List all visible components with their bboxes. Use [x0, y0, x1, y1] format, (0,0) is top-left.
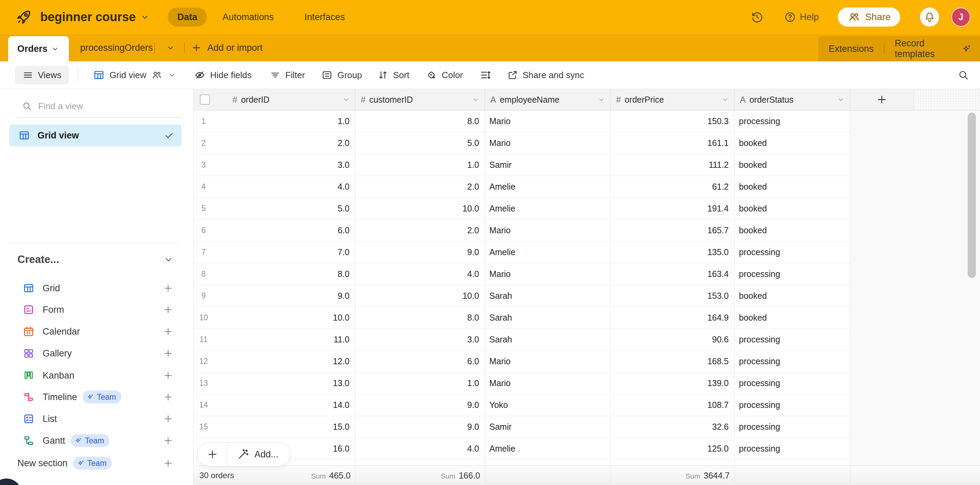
- tab-processing-orders[interactable]: processingOrders: [75, 34, 158, 61]
- base-title-chevron-icon[interactable]: [140, 12, 150, 22]
- plus-icon[interactable]: [163, 458, 173, 468]
- add-with-ai-button[interactable]: Add...: [228, 448, 290, 461]
- current-view-button[interactable]: Grid view: [93, 69, 176, 81]
- vertical-scrollbar[interactable]: [968, 113, 976, 278]
- cell-orderPrice[interactable]: 108.7: [611, 394, 735, 416]
- table-row[interactable]: 8 8.0 4.0 Mario 163.4 processing: [194, 263, 850, 285]
- cell-orderPrice[interactable]: 125.0: [611, 438, 735, 460]
- cell-primary[interactable]: 14 14.0: [194, 394, 355, 416]
- cell-orderID[interactable]: 13.0: [213, 378, 355, 388]
- cell-orderStatus[interactable]: booked: [735, 198, 850, 219]
- create-timeline-item[interactable]: Timeline Team: [9, 388, 181, 407]
- cell-customerID[interactable]: 10.0: [355, 198, 485, 219]
- cell-primary[interactable]: 5 5.0: [194, 198, 355, 219]
- table-row[interactable]: 4 4.0 2.0 Amelie 61.2 booked: [194, 176, 850, 198]
- cell-primary[interactable]: 9 9.0: [194, 285, 355, 307]
- cell-orderID[interactable]: 9.0: [213, 291, 355, 301]
- notifications-button[interactable]: [920, 8, 939, 27]
- cell-orderID[interactable]: 7.0: [213, 247, 355, 257]
- share-button[interactable]: Share: [838, 8, 900, 27]
- share-and-sync-button[interactable]: Share and sync: [507, 69, 584, 81]
- cell-primary[interactable]: 15 15.0: [194, 416, 355, 437]
- table-row[interactable]: 6 6.0 2.0 Mario 165.7 booked: [194, 219, 850, 242]
- column-header-orderID[interactable]: # orderID: [194, 89, 355, 110]
- table-row[interactable]: 1 1.0 8.0 Mario 150.3 processing: [194, 111, 850, 132]
- select-all-checkbox[interactable]: [200, 94, 210, 105]
- cell-primary[interactable]: 10 10.0: [194, 307, 355, 328]
- cell-orderStatus[interactable]: booked: [735, 307, 850, 328]
- cell-orderStatus[interactable]: booked: [735, 154, 850, 176]
- table-row[interactable]: 5 5.0 10.0 Amelie 191.4 booked: [194, 198, 850, 219]
- cell-orderStatus[interactable]: booked: [735, 132, 850, 154]
- table-row[interactable]: 13 13.0 1.0 Mario 139.0 processing: [194, 372, 850, 394]
- history-icon[interactable]: [750, 10, 764, 24]
- sort-button[interactable]: Sort: [377, 69, 409, 81]
- cell-orderStatus[interactable]: booked: [735, 285, 850, 307]
- plus-icon[interactable]: [163, 283, 173, 293]
- row-number[interactable]: 6: [194, 226, 213, 235]
- cell-employeeName[interactable]: Sarah: [485, 307, 611, 328]
- extensions-button[interactable]: Extensions: [818, 44, 884, 54]
- cell-orderID[interactable]: 15.0: [213, 422, 355, 432]
- table-row[interactable]: 15 15.0 9.0 Samir 32.6 processing: [194, 416, 850, 438]
- cell-employeeName[interactable]: [485, 460, 611, 466]
- avatar[interactable]: J: [951, 8, 970, 27]
- table-row[interactable]: 9 9.0 10.0 Sarah 153.0 booked: [194, 285, 850, 307]
- cell-customerID[interactable]: 3.0: [355, 329, 485, 350]
- chevron-down-icon[interactable]: [163, 254, 174, 265]
- cell-orderID[interactable]: 12.0: [213, 356, 355, 366]
- tab-orders[interactable]: Orders: [8, 36, 69, 61]
- help-button[interactable]: Help: [784, 11, 819, 24]
- rocket-logo-icon[interactable]: [15, 8, 33, 26]
- nav-tab-interfaces[interactable]: Interfaces: [295, 8, 355, 27]
- cell-customerID[interactable]: 8.0: [355, 307, 485, 328]
- cell-orderPrice[interactable]: 135.0: [611, 242, 735, 263]
- cell-orderStatus[interactable]: booked: [735, 219, 850, 241]
- create-grid-item[interactable]: Grid: [9, 279, 181, 298]
- table-row[interactable]: 7 7.0 9.0 Amelie 135.0 processing: [194, 242, 850, 263]
- cell-orderStatus[interactable]: [735, 460, 850, 466]
- record-templates-button[interactable]: Record templates: [885, 38, 980, 59]
- add-field-button[interactable]: [850, 89, 914, 110]
- cell-orderID[interactable]: 11.0: [213, 335, 355, 345]
- column-header-orderPrice[interactable]: # orderPrice: [611, 89, 735, 110]
- table-row[interactable]: 10 10.0 8.0 Sarah 164.9 booked: [194, 307, 850, 329]
- cell-orderPrice[interactable]: 90.6: [611, 329, 735, 350]
- chevron-down-icon[interactable]: [472, 95, 480, 104]
- cell-orderStatus[interactable]: processing: [735, 263, 850, 285]
- cell-orderPrice[interactable]: 163.4: [611, 263, 735, 285]
- tables-dropdown-chevron-icon[interactable]: [166, 43, 175, 52]
- row-number[interactable]: 8: [194, 269, 213, 279]
- cell-primary[interactable]: 3 3.0: [194, 154, 355, 176]
- cell-orderID[interactable]: 3.0: [213, 160, 355, 170]
- cell-customerID[interactable]: 1.0: [355, 372, 485, 394]
- find-view-input[interactable]: [38, 101, 168, 111]
- base-title[interactable]: beginner course: [40, 10, 136, 24]
- cell-orderID[interactable]: 8.0: [213, 269, 355, 279]
- cell-orderPrice[interactable]: 61.2: [611, 176, 735, 197]
- plus-icon[interactable]: [163, 348, 173, 358]
- row-number[interactable]: 5: [194, 204, 213, 213]
- cell-primary[interactable]: 6 6.0: [194, 219, 355, 241]
- cell-orderPrice[interactable]: 139.0: [611, 372, 735, 394]
- cell-employeeName[interactable]: Yoko: [485, 394, 611, 416]
- cell-customerID[interactable]: 9.0: [355, 416, 485, 437]
- row-number[interactable]: 13: [194, 378, 213, 388]
- cell-customerID[interactable]: 9.0: [355, 394, 485, 416]
- row-number[interactable]: 2: [194, 138, 213, 148]
- cell-employeeName[interactable]: Mario: [485, 372, 611, 394]
- cell-orderStatus[interactable]: processing: [735, 242, 850, 263]
- cell-orderPrice[interactable]: 168.5: [611, 351, 735, 372]
- cell-customerID[interactable]: 4.0: [355, 263, 485, 285]
- cell-orderStatus[interactable]: processing: [735, 372, 850, 394]
- chevron-down-icon[interactable]: [721, 95, 729, 104]
- cell-customerID[interactable]: 9.0: [355, 242, 485, 263]
- cell-orderID[interactable]: 4.0: [213, 182, 355, 192]
- summary-sum-orderPrice[interactable]: Sum 3644.7: [194, 466, 730, 485]
- group-button[interactable]: Group: [321, 69, 362, 81]
- cell-employeeName[interactable]: Samir: [485, 154, 611, 176]
- chevron-down-icon[interactable]: [342, 95, 350, 104]
- create-gallery-item[interactable]: Gallery: [9, 344, 181, 363]
- search-icon[interactable]: [957, 68, 970, 81]
- cell-customerID[interactable]: 5.0: [355, 132, 485, 154]
